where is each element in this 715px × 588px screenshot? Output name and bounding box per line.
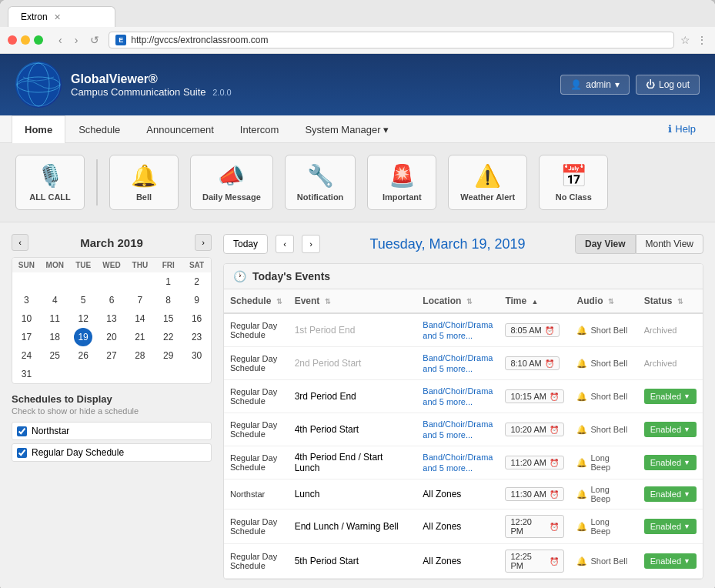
cal-day-24[interactable]: 24 — [12, 346, 41, 365]
schedule-checkbox-regular[interactable] — [17, 448, 27, 458]
cal-day-12[interactable]: 12 — [69, 309, 98, 328]
location-link[interactable]: Band/Choir/Drama — [423, 419, 493, 429]
location-more[interactable]: and 5 more... — [423, 397, 473, 406]
cal-day-2[interactable]: 2 — [182, 272, 211, 291]
time-badge: 11:30 AM ⏰ — [505, 487, 563, 501]
admin-button[interactable]: 👤 admin ▾ — [560, 75, 630, 95]
cal-day-26[interactable]: 26 — [69, 346, 98, 365]
cell-schedule: Regular DaySchedule — [224, 347, 289, 380]
status-enabled-button[interactable]: Enabled — [644, 455, 697, 470]
cal-day-16[interactable]: 16 — [182, 309, 211, 328]
location-more[interactable]: and 5 more... — [423, 364, 473, 373]
events-header-title: Today's Events — [252, 270, 330, 282]
action-weather-alert[interactable]: ⚠️ Weather Alert — [448, 155, 527, 210]
browser-tab[interactable]: Extron ✕ — [8, 6, 115, 27]
calendar-prev-button[interactable]: ‹ — [12, 234, 28, 251]
cal-day-21[interactable]: 21 — [125, 328, 154, 346]
cal-day-10[interactable]: 10 — [12, 309, 41, 328]
action-important[interactable]: 🚨 Important — [367, 155, 436, 210]
month-view-button[interactable]: Month View — [636, 234, 703, 254]
status-enabled-button[interactable]: Enabled — [644, 389, 697, 404]
cal-day-9[interactable]: 9 — [182, 291, 211, 309]
cal-day-7[interactable]: 7 — [125, 291, 154, 309]
menu-icon[interactable]: ⋮ — [697, 34, 707, 46]
col-audio[interactable]: Audio ⇅ — [570, 289, 637, 313]
col-status[interactable]: Status ⇅ — [638, 289, 703, 313]
logout-button[interactable]: ⏻ Log out — [636, 75, 700, 95]
cal-day-23[interactable]: 23 — [182, 328, 211, 346]
forward-button[interactable]: › — [72, 32, 82, 48]
cell-time: 11:30 AM ⏰ — [499, 479, 570, 509]
action-daily-message[interactable]: 📣 Daily Message — [190, 155, 273, 210]
cal-day-30[interactable]: 30 — [182, 346, 211, 365]
cal-day-28[interactable]: 28 — [125, 346, 154, 365]
cell-time: 8:10 AM ⏰ — [499, 347, 570, 380]
status-enabled-button[interactable]: Enabled — [644, 486, 697, 502]
cal-day-25[interactable]: 25 — [41, 346, 69, 365]
today-button[interactable]: Today — [223, 234, 268, 254]
tab-intercom[interactable]: Intercom — [227, 115, 292, 143]
address-bar[interactable]: E http://gvccs/extronclassroom.com — [109, 32, 674, 48]
location-more[interactable]: and 5 more... — [423, 430, 473, 439]
tab-system-manager[interactable]: System Manager ▾ — [292, 115, 402, 143]
cal-day-1[interactable]: 1 — [154, 272, 182, 291]
cal-day-11[interactable]: 11 — [41, 309, 69, 328]
close-traffic-light[interactable] — [8, 35, 17, 45]
tab-schedule[interactable]: Schedule — [65, 115, 133, 143]
date-nav: Today ‹ › Tuesday, March 19, 2019 Day Vi… — [223, 234, 703, 254]
back-button[interactable]: ‹ — [55, 32, 65, 48]
location-link[interactable]: Band/Choir/Drama — [423, 453, 493, 462]
maximize-traffic-light[interactable] — [34, 35, 43, 45]
location-more[interactable]: and 5 more... — [423, 463, 473, 473]
cell-event: 3rd Period End — [289, 380, 417, 413]
minimize-traffic-light[interactable] — [21, 35, 30, 45]
col-schedule[interactable]: Schedule ⇅ — [224, 289, 289, 313]
cal-day-8[interactable]: 8 — [154, 291, 182, 309]
cal-day-4[interactable]: 4 — [41, 291, 69, 309]
action-no-class[interactable]: 📅 No Class — [539, 155, 608, 210]
cal-day-5[interactable]: 5 — [69, 291, 98, 309]
reload-button[interactable]: ↺ — [87, 32, 102, 48]
cal-day-15[interactable]: 15 — [154, 309, 182, 328]
action-bell[interactable]: 🔔 Bell — [109, 155, 179, 210]
cal-day-22[interactable]: 22 — [154, 328, 182, 346]
status-enabled-button[interactable]: Enabled — [644, 553, 697, 569]
cell-location: All Zones — [416, 479, 499, 509]
cal-day-3[interactable]: 3 — [12, 291, 41, 309]
cal-day-20[interactable]: 20 — [98, 328, 126, 346]
col-time[interactable]: Time ▲ — [499, 289, 570, 313]
schedule-checkbox-northstar[interactable] — [17, 426, 27, 436]
calendar-next-button[interactable]: › — [195, 234, 212, 251]
location-link[interactable]: Band/Choir/Drama — [423, 320, 493, 329]
cal-day-6[interactable]: 6 — [98, 291, 126, 309]
cal-day-19-today[interactable]: 19 — [74, 328, 92, 346]
cal-day-29[interactable]: 29 — [154, 346, 182, 365]
col-event[interactable]: Event ⇅ — [289, 289, 417, 313]
tab-home[interactable]: Home — [12, 115, 65, 143]
help-link[interactable]: ℹ Help — [660, 115, 703, 142]
date-next-button[interactable]: › — [302, 235, 320, 253]
date-prev-button[interactable]: ‹ — [276, 235, 294, 253]
status-enabled-button[interactable]: Enabled — [644, 519, 697, 534]
cal-day-18[interactable]: 18 — [41, 328, 69, 346]
col-location[interactable]: Location ⇅ — [416, 289, 499, 313]
tab-announcement[interactable]: Announcement — [133, 115, 226, 143]
location-more[interactable]: and 5 more... — [423, 331, 473, 340]
action-all-call[interactable]: 🎙️ ALL CALL — [15, 155, 85, 210]
cal-day-empty — [41, 272, 69, 291]
cal-day-13[interactable]: 13 — [98, 309, 126, 328]
day-label-sun: SUN — [12, 258, 41, 272]
cal-day-27[interactable]: 27 — [98, 346, 126, 365]
location-link[interactable]: Band/Choir/Drama — [423, 353, 493, 362]
cal-day-17[interactable]: 17 — [12, 328, 41, 346]
time-badge: 8:05 AM ⏰ — [505, 323, 559, 337]
cal-day-31[interactable]: 31 — [12, 365, 41, 383]
action-notification[interactable]: 🔧 Notification — [285, 155, 356, 210]
location-link[interactable]: Band/Choir/Drama — [423, 386, 493, 396]
all-call-label: ALL CALL — [29, 192, 71, 202]
status-enabled-button[interactable]: Enabled — [644, 422, 697, 437]
day-view-button[interactable]: Day View — [575, 234, 635, 254]
tab-close-icon[interactable]: ✕ — [54, 12, 61, 22]
bookmark-icon[interactable]: ☆ — [680, 34, 690, 46]
cal-day-14[interactable]: 14 — [125, 309, 154, 328]
